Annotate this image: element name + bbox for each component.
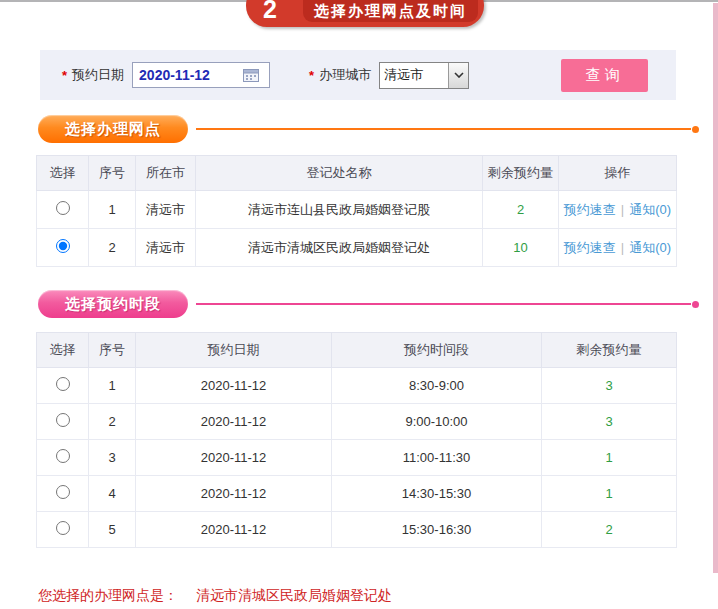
- site-row-registry-name: 清远市连山县民政局婚姻登记股: [196, 191, 483, 229]
- col-period: 预约时间段: [332, 333, 542, 368]
- site-table-row: 2 清远市 清远市清城区民政局婚姻登记处 10 预约速查|通知(0): [37, 229, 677, 267]
- col-number: 序号: [89, 333, 136, 368]
- time-row-number: 5: [89, 512, 136, 548]
- date-input-box[interactable]: [132, 62, 270, 88]
- site-section-rule: [196, 128, 691, 130]
- time-radio[interactable]: [56, 521, 70, 535]
- time-radio[interactable]: [56, 485, 70, 499]
- quick-check-link[interactable]: 预约速查: [564, 202, 616, 217]
- time-radio[interactable]: [56, 377, 70, 391]
- time-row-date: 2020-11-12: [136, 368, 332, 404]
- time-row-period: 9:00-10:00: [332, 404, 542, 440]
- chevron-down-icon: [448, 63, 468, 88]
- site-section-dot: [692, 126, 699, 133]
- required-marker: *: [62, 68, 67, 83]
- time-table-body: 1 2020-11-12 8:30-9:00 3 2 2020-11-12 9:…: [37, 368, 677, 548]
- time-row-period: 15:30-16:30: [332, 512, 542, 548]
- site-row-actions: 预约速查|通知(0): [559, 229, 677, 267]
- city-select[interactable]: 清远市: [379, 62, 469, 89]
- time-row-number: 3: [89, 440, 136, 476]
- col-remaining: 剩余预约量: [483, 156, 559, 191]
- time-row-date: 2020-11-12: [136, 404, 332, 440]
- step-banner: 2 选择办理网点及时间: [246, 0, 484, 27]
- required-marker: *: [309, 68, 314, 83]
- time-section-dot: [692, 301, 699, 308]
- site-row-number: 2: [89, 229, 136, 267]
- time-table-row: 4 2020-11-12 14:30-15:30 1: [37, 476, 677, 512]
- time-section-title: 选择预约时段: [38, 290, 188, 318]
- site-radio[interactable]: [56, 201, 70, 215]
- date-input[interactable]: [137, 66, 241, 84]
- time-table-row: 5 2020-11-12 15:30-16:30 2: [37, 512, 677, 548]
- time-row-remaining: 1: [542, 476, 677, 512]
- step-title: 选择办理网点及时间: [303, 0, 478, 22]
- site-row-registry-name: 清远市清城区民政局婚姻登记处: [196, 229, 483, 267]
- time-table-row: 1 2020-11-12 8:30-9:00 3: [37, 368, 677, 404]
- site-table-row: 1 清远市 清远市连山县民政局婚姻登记股 2 预约速查|通知(0): [37, 191, 677, 229]
- time-table: 选择 序号 预约日期 预约时间段 剩余预约量 1 2020-11-12 8:30…: [36, 332, 677, 548]
- site-row-city: 清远市: [136, 191, 196, 229]
- query-button[interactable]: 查询: [561, 59, 648, 92]
- site-section-header: 选择办理网点: [38, 115, 718, 143]
- notice-link[interactable]: 通知(0): [629, 240, 671, 255]
- time-row-remaining: 1: [542, 440, 677, 476]
- link-separator: |: [621, 240, 624, 255]
- col-number: 序号: [89, 156, 136, 191]
- time-row-date: 2020-11-12: [136, 476, 332, 512]
- city-select-value: 清远市: [380, 66, 448, 84]
- notice-link[interactable]: 通知(0): [629, 202, 671, 217]
- site-row-remaining: 10: [483, 229, 559, 267]
- site-row-remaining: 2: [483, 191, 559, 229]
- col-select: 选择: [37, 333, 89, 368]
- time-row-remaining: 3: [542, 404, 677, 440]
- city-label: 办理城市: [319, 66, 371, 84]
- link-separator: |: [621, 202, 624, 217]
- calendar-icon[interactable]: [243, 68, 259, 82]
- time-table-row: 2 2020-11-12 9:00-10:00 3: [37, 404, 677, 440]
- site-table: 选择 序号 所在市 登记处名称 剩余预约量 操作 1 清远市 清远市连山县民政局…: [36, 155, 677, 267]
- page-right-border: [713, 3, 718, 573]
- time-row-remaining: 2: [542, 512, 677, 548]
- time-row-period: 11:00-11:30: [332, 440, 542, 476]
- time-section-rule: [196, 303, 691, 305]
- col-select: 选择: [37, 156, 89, 191]
- site-row-number: 1: [89, 191, 136, 229]
- time-row-period: 14:30-15:30: [332, 476, 542, 512]
- quick-check-link[interactable]: 预约速查: [564, 240, 616, 255]
- time-row-remaining: 3: [542, 368, 677, 404]
- summary-site-value: 清远市清城区民政局婚姻登记处: [196, 587, 392, 603]
- time-row-number: 4: [89, 476, 136, 512]
- selection-summary: 您选择的办理网点是： 清远市清城区民政局婚姻登记处 您选择的预约时段是： 202…: [38, 584, 718, 609]
- date-label: 预约日期: [72, 66, 124, 84]
- time-table-row: 3 2020-11-12 11:00-11:30 1: [37, 440, 677, 476]
- col-remaining: 剩余预约量: [542, 333, 677, 368]
- time-radio[interactable]: [56, 413, 70, 427]
- site-table-header-row: 选择 序号 所在市 登记处名称 剩余预约量 操作: [37, 156, 677, 191]
- filter-bar: * 预约日期 * 办理城市 清远市 查询: [40, 50, 676, 100]
- site-row-actions: 预约速查|通知(0): [559, 191, 677, 229]
- step-number: 2: [263, 0, 277, 24]
- time-section-header: 选择预约时段: [38, 290, 718, 318]
- time-row-number: 1: [89, 368, 136, 404]
- col-actions: 操作: [559, 156, 677, 191]
- time-row-period: 8:30-9:00: [332, 368, 542, 404]
- time-table-header-row: 选择 序号 预约日期 预约时间段 剩余预约量: [37, 333, 677, 368]
- site-table-body: 1 清远市 清远市连山县民政局婚姻登记股 2 预约速查|通知(0) 2 清远市 …: [37, 191, 677, 267]
- time-row-number: 2: [89, 404, 136, 440]
- col-registry-name: 登记处名称: [196, 156, 483, 191]
- time-row-date: 2020-11-12: [136, 512, 332, 548]
- summary-site-label: 您选择的办理网点是：: [38, 587, 178, 603]
- col-city: 所在市: [136, 156, 196, 191]
- time-radio[interactable]: [56, 449, 70, 463]
- site-radio[interactable]: [56, 239, 70, 253]
- time-row-date: 2020-11-12: [136, 440, 332, 476]
- site-section-title: 选择办理网点: [38, 115, 188, 143]
- site-row-city: 清远市: [136, 229, 196, 267]
- col-date: 预约日期: [136, 333, 332, 368]
